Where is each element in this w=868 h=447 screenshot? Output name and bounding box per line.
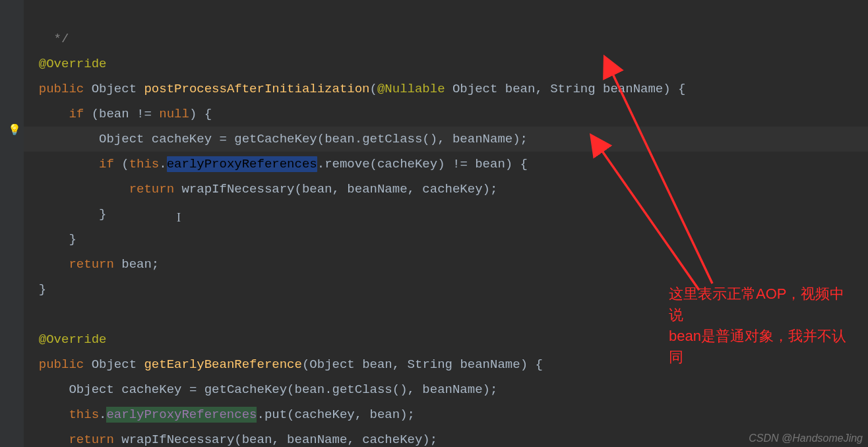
code-text: earlyProxyReferences bbox=[106, 407, 257, 423]
code-text: cacheKey bbox=[295, 407, 355, 422]
code-text: if bbox=[99, 157, 114, 171]
code-text: @Nullable bbox=[377, 82, 445, 96]
code-text: return bbox=[129, 182, 174, 196]
lightbulb-icon[interactable]: 💡 bbox=[8, 125, 18, 136]
code-text: Object bbox=[309, 357, 354, 372]
code-text: Object bbox=[99, 132, 144, 146]
code-text: beanName bbox=[422, 382, 482, 397]
code-editor[interactable]: 💡 */ @Override public Object postProcess… bbox=[0, 0, 868, 447]
code-text: String bbox=[550, 82, 595, 96]
code-text: beanName bbox=[347, 182, 407, 196]
code-text: @Override bbox=[39, 332, 107, 347]
code-text: put bbox=[264, 407, 287, 422]
code-text: remove bbox=[325, 157, 369, 171]
code-text: Object bbox=[92, 82, 137, 96]
code-text: cacheKey bbox=[362, 432, 422, 447]
code-text: beanName bbox=[603, 82, 663, 96]
code-text: null bbox=[159, 107, 189, 121]
annotation-text: 这里表示正常AOP，视频中说 bean是普通对象，我并不认 同 bbox=[669, 283, 853, 368]
text-cursor-icon: I bbox=[177, 211, 181, 225]
annotation-line: 这里表示正常AOP，视频中说 bbox=[669, 283, 853, 326]
code-text: bean bbox=[295, 382, 325, 397]
code-text: getCacheKey bbox=[234, 132, 317, 146]
watermark-text: CSDN @HandsomeJing bbox=[749, 432, 863, 444]
code-text: this bbox=[129, 157, 160, 171]
annotation-line: bean是普通对象，我并不认 bbox=[669, 326, 853, 347]
code-text: bean bbox=[362, 357, 392, 372]
code-text: cacheKey bbox=[422, 182, 482, 196]
code-text: beanName bbox=[287, 432, 347, 447]
code-text: getClass bbox=[362, 132, 422, 146]
code-text: bean bbox=[505, 82, 536, 96]
code-text: this bbox=[69, 407, 99, 422]
code-text: beanName bbox=[452, 132, 512, 146]
code-text: postProcessAfterInitialization bbox=[144, 82, 369, 96]
code-text: cacheKey bbox=[121, 382, 181, 397]
code-text: Object bbox=[452, 82, 497, 96]
code-text: if bbox=[69, 107, 84, 121]
code-text: return bbox=[69, 432, 113, 447]
editor-gutter: 💡 bbox=[0, 0, 24, 447]
code-text: bean bbox=[121, 257, 152, 272]
code-text: @Override bbox=[39, 57, 107, 71]
code-text: public bbox=[39, 357, 84, 372]
code-text: getEarlyBeanReference bbox=[144, 357, 301, 372]
code-text: bean bbox=[370, 407, 400, 422]
code-text: bean bbox=[325, 132, 355, 146]
code-text: cacheKey bbox=[377, 157, 437, 171]
code-text: cacheKey bbox=[152, 132, 212, 146]
code-text: bean bbox=[242, 432, 272, 447]
code-text: getCacheKey bbox=[204, 382, 287, 397]
code-text: */ bbox=[24, 32, 69, 46]
code-text: bean bbox=[302, 182, 332, 196]
code-text: Object bbox=[92, 357, 137, 372]
code-text: Object bbox=[69, 382, 113, 397]
annotation-line: 同 bbox=[669, 347, 853, 368]
code-text: getClass bbox=[332, 382, 392, 397]
code-area[interactable]: */ @Override public Object postProcessAf… bbox=[24, 0, 868, 447]
code-text: beanName bbox=[460, 357, 520, 372]
code-text: String bbox=[408, 357, 452, 372]
selected-text: earlyProxyReferences bbox=[167, 156, 317, 172]
code-text: public bbox=[39, 82, 84, 96]
code-text: bean bbox=[475, 157, 505, 171]
code-text: wrapIfNecessary bbox=[181, 182, 294, 196]
code-text: bean bbox=[99, 107, 129, 121]
code-text: wrapIfNecessary bbox=[121, 432, 234, 447]
code-text: return bbox=[69, 257, 113, 272]
